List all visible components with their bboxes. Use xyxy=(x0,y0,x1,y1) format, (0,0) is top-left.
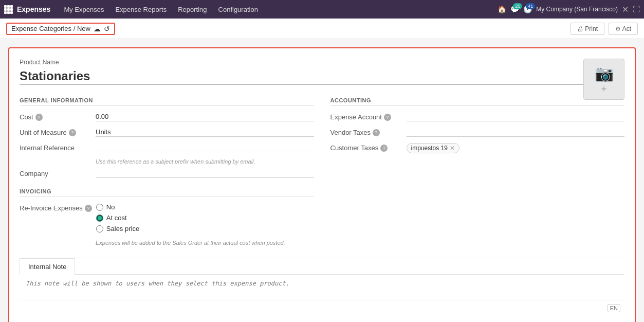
customer-taxes-value: impuestos 19 ✕ xyxy=(407,143,625,153)
settings-icon[interactable]: ✕ xyxy=(622,5,629,14)
company-field-row: Company xyxy=(20,169,314,178)
product-name-input[interactable] xyxy=(20,68,602,85)
breadcrumb-text: Expense Categories / New xyxy=(11,25,90,32)
customer-taxes-label: Customer Taxes ? xyxy=(330,143,402,152)
app-brand[interactable]: Expenses xyxy=(17,5,50,13)
invoicing-section-header: INVOICING xyxy=(20,188,314,197)
home-icon[interactable]: 🏠 xyxy=(498,5,506,13)
re-invoice-help-icon[interactable]: ? xyxy=(85,205,92,212)
product-image[interactable]: 📷 ＋ xyxy=(583,59,624,100)
refresh-icon[interactable]: ↺ xyxy=(104,25,110,33)
upload-icon[interactable]: ☁ xyxy=(94,25,101,33)
vendor-taxes-input[interactable] xyxy=(407,128,625,137)
internal-ref-input[interactable] xyxy=(96,143,314,152)
nav-links: My Expenses Expense Reports Reporting Co… xyxy=(59,4,263,15)
customer-taxes-field-row: Customer Taxes ? impuestos 19 ✕ xyxy=(330,143,625,153)
breadcrumb-bar: Expense Categories / New ☁ ↺ 🖨 Print ⚙ A… xyxy=(0,19,644,39)
radio-at-cost[interactable]: At cost xyxy=(96,214,139,222)
uom-value[interactable] xyxy=(96,128,314,137)
uom-input[interactable] xyxy=(96,128,314,137)
nav-right: 🏠 💬 25 🕐 41 My Company (San Francisco) ✕… xyxy=(498,5,640,14)
radio-at-cost-input[interactable] xyxy=(96,214,103,222)
radio-no-input[interactable] xyxy=(96,204,103,211)
internal-ref-value xyxy=(96,143,314,152)
expense-account-input[interactable] xyxy=(407,112,625,121)
radio-sales-price[interactable]: Sales price xyxy=(96,225,139,232)
expense-account-value xyxy=(407,112,625,121)
company-label: Company xyxy=(20,169,91,177)
cost-label: Cost ? xyxy=(20,112,91,121)
vendor-taxes-field-row: Vendor Taxes ? xyxy=(330,128,625,137)
expense-account-label: Expense Account ? xyxy=(330,112,402,121)
company-input[interactable] xyxy=(96,169,314,178)
nav-configuration[interactable]: Configuration xyxy=(213,4,263,15)
general-section-header: GENERAL INFORMATION xyxy=(20,97,314,106)
top-nav: Expenses My Expenses Expense Reports Rep… xyxy=(0,0,644,19)
uom-label: Unit of Measure ? xyxy=(20,128,91,136)
print-button[interactable]: 🖨 Print xyxy=(571,23,604,35)
gear-icon: ⚙ xyxy=(615,25,621,32)
general-info-col: GENERAL INFORMATION Cost ? Unit of Measu… xyxy=(20,97,314,247)
add-icon: ＋ xyxy=(599,82,609,95)
apps-menu[interactable] xyxy=(4,5,13,14)
cost-field-row: Cost ? xyxy=(20,112,314,121)
re-invoice-field-row: Re-Invoice Expenses ? No At cost xyxy=(20,203,314,232)
expense-account-help-icon[interactable]: ? xyxy=(384,114,391,121)
re-invoice-label: Re-Invoice Expenses ? xyxy=(20,203,92,212)
breadcrumb-title: Expense Categories / New ☁ ↺ xyxy=(6,23,115,35)
note-area-container: EN xyxy=(20,275,624,314)
chat-icon[interactable]: 💬 25 xyxy=(510,5,519,13)
tab-bar: Internal Note xyxy=(20,258,624,275)
internal-ref-hint: Use this reference as a subject prefix w… xyxy=(96,158,314,165)
form-columns: GENERAL INFORMATION Cost ? Unit of Measu… xyxy=(20,97,624,247)
camera-icon: 📷 xyxy=(595,64,614,82)
internal-ref-label: Internal Reference xyxy=(20,143,91,152)
customer-taxes-help-icon[interactable]: ? xyxy=(380,145,388,152)
vendor-taxes-value xyxy=(407,128,625,137)
tax-tag-remove[interactable]: ✕ xyxy=(450,145,455,152)
invoicing-section: INVOICING Re-Invoice Expenses ? No xyxy=(20,188,314,247)
nav-reporting[interactable]: Reporting xyxy=(173,4,212,15)
note-footer: EN xyxy=(20,302,624,314)
re-invoice-radio-group: No At cost Sales price xyxy=(96,203,139,232)
form-card: 📷 ＋ Product Name EN GENERAL INFORMATION … xyxy=(8,47,636,322)
cost-input[interactable] xyxy=(96,112,314,121)
breadcrumb-actions: 🖨 Print ⚙ Act xyxy=(571,23,638,35)
accounting-section-header: ACCOUNTING xyxy=(330,97,625,106)
vendor-taxes-label: Vendor Taxes ? xyxy=(330,128,402,136)
invoice-hint: Expenses will be added to the Sales Orde… xyxy=(96,239,291,247)
grid-icon xyxy=(4,5,13,14)
cost-value xyxy=(96,112,314,121)
fullscreen-icon[interactable]: ⛶ xyxy=(633,5,640,13)
nav-my-expenses[interactable]: My Expenses xyxy=(59,4,109,15)
note-lang-badge[interactable]: EN xyxy=(608,304,620,312)
chat-badge: 25 xyxy=(513,3,522,9)
action-button[interactable]: ⚙ Act xyxy=(609,23,638,35)
breadcrumb-left: Expense Categories / New ☁ ↺ xyxy=(6,23,115,35)
nav-expense-reports[interactable]: Expense Reports xyxy=(110,4,172,15)
company-name: My Company (San Francisco) xyxy=(536,6,618,13)
radio-no[interactable]: No xyxy=(96,203,139,211)
uom-field-row: Unit of Measure ? xyxy=(20,128,314,137)
uom-help-icon[interactable]: ? xyxy=(69,129,76,136)
tab-internal-note[interactable]: Internal Note xyxy=(20,258,75,275)
company-value xyxy=(96,169,314,178)
cost-help-icon[interactable]: ? xyxy=(35,114,43,121)
main-content: 📷 ＋ Product Name EN GENERAL INFORMATION … xyxy=(0,39,644,322)
product-name-row: EN xyxy=(20,68,624,85)
vendor-taxes-help-icon[interactable]: ? xyxy=(373,129,380,136)
activity-badge: 41 xyxy=(526,3,535,9)
product-name-label: Product Name xyxy=(20,59,624,66)
expense-account-field-row: Expense Account ? xyxy=(330,112,625,121)
accounting-col: ACCOUNTING Expense Account ? Vendor Taxe… xyxy=(330,97,625,247)
radio-sales-price-input[interactable] xyxy=(96,225,103,232)
tax-tag-impuestos: impuestos 19 ✕ xyxy=(407,143,459,153)
internal-ref-field-row: Internal Reference xyxy=(20,143,314,152)
note-textarea[interactable] xyxy=(20,275,624,300)
tax-tag-label: impuestos 19 xyxy=(411,145,448,152)
activity-icon[interactable]: 🕐 41 xyxy=(523,5,532,13)
tabs-section: Internal Note EN xyxy=(20,258,624,314)
printer-icon: 🖨 xyxy=(577,25,583,32)
